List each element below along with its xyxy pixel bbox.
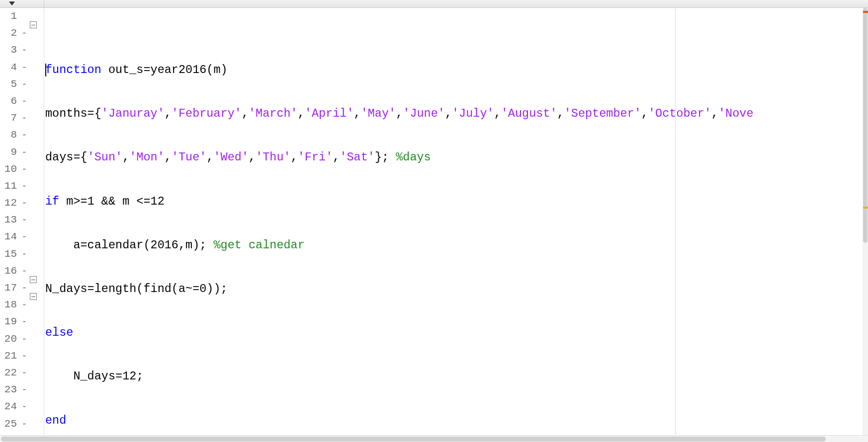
line-number: 3 [0, 42, 20, 59]
code-line: N_days=12; [44, 368, 868, 385]
fold-toggle-icon[interactable] [30, 21, 37, 28]
line-number: 24 [0, 398, 20, 415]
code-line: else [44, 324, 868, 341]
tab-separator [44, 0, 44, 7]
vertical-scrollbar[interactable] [863, 8, 868, 435]
fold-toggle-icon[interactable] [30, 276, 37, 283]
line-number: 19 [0, 313, 20, 330]
line-number: 16 [0, 263, 20, 280]
line-number: 6 [0, 93, 20, 110]
line-number: 11 [0, 178, 20, 195]
code-line: months={'Januray','February','March','Ap… [44, 105, 868, 122]
line-number: 17 [0, 280, 20, 296]
line-number: 7 [0, 110, 20, 127]
line-number: 14 [0, 228, 20, 245]
horizontal-scrollbar[interactable] [0, 435, 868, 442]
code-line: N_days=length(find(a~=0)); [44, 281, 868, 297]
analyzer-mark[interactable] [863, 207, 868, 209]
gutter: 1 2- 3- 4- 5- 6- 7- 8- 9- 10- 11- 12- 13… [0, 8, 44, 435]
fold-toggle-icon[interactable] [30, 293, 37, 300]
scrollbar-thumb[interactable] [1, 437, 826, 442]
line-number: 22 [0, 365, 20, 381]
line-number: 23 [0, 381, 20, 398]
code-line: function out_s=year2016(m) [44, 62, 868, 78]
code-line: end [44, 412, 868, 429]
line-number: 2 [0, 25, 20, 42]
line-number: 8 [0, 127, 20, 144]
line-number: 10 [0, 161, 20, 178]
analyzer-mark[interactable] [863, 11, 868, 13]
line-number: 15 [0, 246, 20, 263]
editor-top-bar [0, 0, 868, 8]
line-number: 1 [0, 8, 20, 25]
svg-marker-0 [9, 1, 15, 5]
line-number: 12 [0, 195, 20, 212]
code-editor-area[interactable]: 1 2- 3- 4- 5- 6- 7- 8- 9- 10- 11- 12- 13… [0, 8, 868, 435]
line-number: 20 [0, 331, 20, 348]
line-number: 5 [0, 76, 20, 93]
line-number: 25 [0, 416, 20, 433]
dropdown-arrow-icon[interactable] [4, 0, 20, 7]
code-line: days={'Sun','Mon','Tue','Wed','Thu','Fri… [44, 149, 868, 166]
line-number: 13 [0, 212, 20, 228]
line-number: 9 [0, 144, 20, 161]
code-line: if m>=1 && m <=12 [44, 193, 868, 210]
code-line: a=calendar(2016,m); %get calnedar [44, 237, 868, 254]
code-text-area[interactable]: function out_s=year2016(m) months={'Janu… [44, 8, 868, 435]
line-number: 18 [0, 296, 20, 313]
line-number: 4 [0, 59, 20, 76]
line-number: 21 [0, 348, 20, 365]
